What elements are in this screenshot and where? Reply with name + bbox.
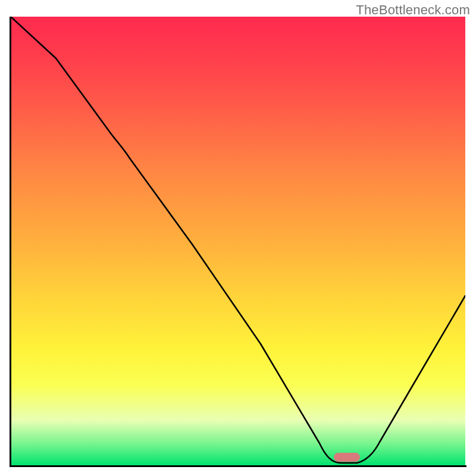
x-axis-line — [10, 465, 466, 467]
y-axis-line — [10, 17, 11, 465]
chart-stage: TheBottleneck.com — [0, 0, 476, 476]
watermark-text: TheBottleneck.com — [356, 2, 470, 18]
optimal-marker — [334, 453, 360, 462]
bottleneck-curve-svg — [11, 17, 465, 465]
bottleneck-curve-path — [11, 17, 465, 463]
